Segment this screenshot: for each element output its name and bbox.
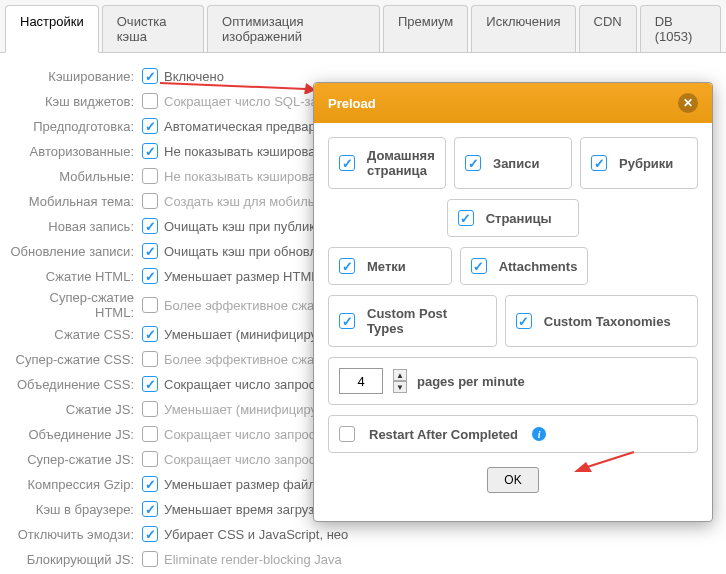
setting-label: Мобильная тема: (10, 194, 142, 209)
option-label: Записи (493, 156, 539, 171)
setting-label: Сжатие CSS: (10, 327, 142, 342)
checkbox-icon[interactable] (591, 155, 607, 171)
setting-label: Компрессия Gzip: (10, 477, 142, 492)
pages-per-minute-row: ▲ ▼ pages per minute (328, 357, 698, 405)
checkbox-icon[interactable] (142, 268, 158, 284)
option-label: Custom Post Types (367, 306, 486, 336)
checkbox-icon[interactable] (339, 155, 355, 171)
option-ctax[interactable]: Custom Taxonomies (505, 295, 698, 347)
dialog-titlebar: Preload ✕ (314, 83, 712, 123)
info-icon[interactable] (532, 427, 546, 441)
tab-6[interactable]: DB (1053) (640, 5, 721, 52)
checkbox-icon[interactable] (339, 313, 355, 329)
tab-2[interactable]: Оптимизация изображений (207, 5, 380, 52)
checkbox-icon[interactable] (142, 143, 158, 159)
option-label: Custom Taxonomies (544, 314, 671, 329)
checkbox-icon[interactable] (142, 351, 158, 367)
dialog-title-text: Preload (328, 96, 376, 111)
setting-label: Предподготовка: (10, 119, 142, 134)
checkbox-icon[interactable] (142, 193, 158, 209)
setting-label: Супер-сжатие CSS: (10, 352, 142, 367)
option-cats[interactable]: Рубрики (580, 137, 698, 189)
option-tags[interactable]: Метки (328, 247, 452, 285)
checkbox-icon[interactable] (142, 451, 158, 467)
setting-label: Кэш в браузере: (10, 502, 142, 517)
restart-label: Restart After Completed (369, 427, 518, 442)
checkbox-icon[interactable] (142, 376, 158, 392)
checkbox-icon[interactable] (142, 326, 158, 342)
checkbox-icon[interactable] (142, 168, 158, 184)
checkbox-icon[interactable] (465, 155, 481, 171)
setting-label: Супер-сжатие HTML: (10, 290, 142, 320)
setting-desc: Включено (164, 69, 224, 84)
setting-label: Новая запись: (10, 219, 142, 234)
setting-desc: Очищать кэш при публикаци (164, 219, 337, 234)
setting-row: Отключить эмодзи:Убирает CSS и JavaScrip… (10, 523, 716, 545)
setting-label: Обновление записи: (10, 244, 142, 259)
setting-label: Сжатие JS: (10, 402, 142, 417)
option-label: Attachments (499, 259, 578, 274)
setting-desc: Не показывать кэшированну (164, 169, 336, 184)
option-label: Страницы (486, 211, 552, 226)
close-icon[interactable]: ✕ (678, 93, 698, 113)
setting-label: Кэширование: (10, 69, 142, 84)
checkbox-icon[interactable] (142, 243, 158, 259)
checkbox-icon[interactable] (142, 401, 158, 417)
tab-5[interactable]: CDN (579, 5, 637, 52)
pages-per-minute-label: pages per minute (417, 374, 525, 389)
setting-label: Сжатие HTML: (10, 269, 142, 284)
checkbox-icon[interactable] (142, 297, 158, 313)
option-home[interactable]: Домашняя страница (328, 137, 446, 189)
spin-down-icon[interactable]: ▼ (393, 381, 407, 393)
setting-desc: Не показывать кэшированну (164, 144, 336, 159)
checkbox-icon[interactable] (142, 526, 158, 542)
checkbox-icon[interactable] (471, 258, 487, 274)
restart-row[interactable]: Restart After Completed (328, 415, 698, 453)
checkbox-icon[interactable] (142, 218, 158, 234)
checkbox-icon[interactable] (142, 551, 158, 567)
tab-0[interactable]: Настройки (5, 5, 99, 53)
option-label: Рубрики (619, 156, 673, 171)
setting-label: Блокирующий JS: (10, 552, 142, 567)
checkbox-icon[interactable] (142, 501, 158, 517)
setting-label: Отключить эмодзи: (10, 527, 142, 542)
checkbox-icon[interactable] (516, 313, 532, 329)
tab-4[interactable]: Исключения (471, 5, 575, 52)
setting-label: Авторизованные: (10, 144, 142, 159)
pages-per-minute-input[interactable] (339, 368, 383, 394)
checkbox-icon[interactable] (339, 258, 355, 274)
checkbox-icon[interactable] (142, 426, 158, 442)
option-label: Метки (367, 259, 406, 274)
setting-desc: Создать кэш для мобильной (164, 194, 336, 209)
setting-row: Блокирующий JS:Eliminate render-blocking… (10, 548, 716, 570)
preload-dialog: Preload ✕ Домашняя страница Записи Рубри… (313, 82, 713, 522)
setting-label: Кэш виджетов: (10, 94, 142, 109)
setting-label: Объединение JS: (10, 427, 142, 442)
tab-3[interactable]: Премиум (383, 5, 468, 52)
option-pages[interactable]: Страницы (447, 199, 580, 237)
checkbox-icon[interactable] (142, 476, 158, 492)
checkbox-icon[interactable] (142, 93, 158, 109)
checkbox-icon[interactable] (142, 118, 158, 134)
ok-button[interactable]: OK (487, 467, 538, 493)
option-posts[interactable]: Записи (454, 137, 572, 189)
checkbox-icon[interactable] (458, 210, 474, 226)
setting-label: Объединение CSS: (10, 377, 142, 392)
option-label: Домашняя страница (367, 148, 435, 178)
setting-desc: Убирает CSS и JavaScript, нео (164, 527, 348, 542)
spin-up-icon[interactable]: ▲ (393, 369, 407, 381)
tab-1[interactable]: Очистка кэша (102, 5, 204, 52)
setting-label: Мобильные: (10, 169, 142, 184)
checkbox-icon[interactable] (339, 426, 355, 442)
setting-desc: Eliminate render-blocking Java (164, 552, 342, 567)
checkbox-icon[interactable] (142, 68, 158, 84)
option-cpt[interactable]: Custom Post Types (328, 295, 497, 347)
option-attachments[interactable]: Attachments (460, 247, 589, 285)
setting-label: Супер-сжатие JS: (10, 452, 142, 467)
